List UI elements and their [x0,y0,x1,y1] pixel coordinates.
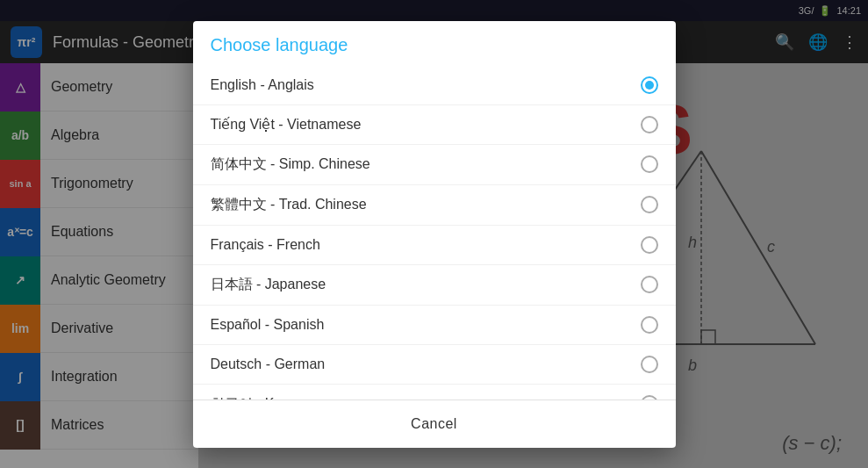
cancel-button[interactable]: Cancel [376,407,492,441]
language-radio-french[interactable] [641,236,658,254]
language-label-spanish: Español - Spanish [211,317,325,333]
dialog-title: Choose language [193,21,676,66]
language-label-japanese: 日本語 - Japanese [211,276,326,294]
language-radio-japanese[interactable] [641,276,658,293]
language-item-japanese[interactable]: 日本語 - Japanese [193,265,676,306]
dialog-footer: Cancel [193,400,676,448]
language-radio-korean[interactable] [641,395,658,400]
language-radio-simp-chinese[interactable] [641,155,658,173]
language-item-spanish[interactable]: Español - Spanish [193,306,676,345]
language-label-trad-chinese: 繁體中文 - Trad. Chinese [211,196,367,214]
language-list: English - AnglaisTiếng Việt - Vietnamese… [193,66,676,400]
language-label-english: English - Anglais [211,77,314,93]
language-label-vietnamese: Tiếng Việt - Vietnamese [211,116,362,133]
language-item-english[interactable]: English - Anglais [193,66,676,105]
language-radio-german[interactable] [641,356,658,373]
language-item-french[interactable]: Français - French [193,226,676,265]
language-dialog: Choose language English - AnglaisTiếng V… [193,21,676,448]
language-item-simp-chinese[interactable]: 简体中文 - Simp. Chinese [193,145,676,185]
language-item-korean[interactable]: 한국어 - Korean [193,385,676,400]
language-label-french: Français - French [211,237,320,253]
language-label-german: Deutsch - German [211,356,326,372]
language-radio-english[interactable] [641,76,658,94]
language-radio-spanish[interactable] [641,316,658,334]
language-item-german[interactable]: Deutsch - German [193,345,676,385]
language-item-vietnamese[interactable]: Tiếng Việt - Vietnamese [193,105,676,145]
language-radio-trad-chinese[interactable] [641,196,658,213]
language-label-simp-chinese: 简体中文 - Simp. Chinese [211,155,370,174]
language-item-trad-chinese[interactable]: 繁體中文 - Trad. Chinese [193,185,676,226]
language-label-korean: 한국어 - Korean [211,395,311,400]
language-radio-vietnamese[interactable] [641,116,658,133]
